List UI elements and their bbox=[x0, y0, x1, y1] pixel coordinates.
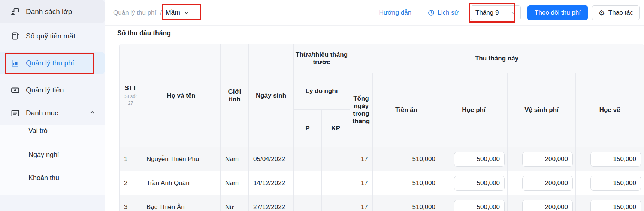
class-list-icon bbox=[10, 7, 19, 16]
month-select-value: Tháng 9 bbox=[475, 9, 499, 17]
col-header-prev-month-balance: Thừa/thiếu tháng trước bbox=[294, 44, 350, 73]
money-icon bbox=[10, 86, 19, 95]
table-row: 1 Nguyễn Thiên Phú Nam 05/04/2022 17 510… bbox=[120, 147, 644, 171]
cell-unexcused bbox=[322, 171, 350, 195]
class-dropdown-value: Mầm bbox=[166, 9, 180, 17]
sidebar-item-cash-book[interactable]: Sổ quỹ tiền mặt bbox=[0, 24, 105, 48]
class-dropdown[interactable]: Mầm bbox=[166, 9, 189, 17]
sidebar-subitem-label: Vai trò bbox=[28, 127, 48, 135]
app-window: Danh sách lớp Sổ quỹ tiền mặt Quản lý th… bbox=[0, 0, 644, 211]
sidebar-item-fee-management[interactable]: Quản lý thu phí bbox=[0, 52, 105, 74]
fees-table: STT Sĩ số:27 Họ và tên Giới tính Ngày si… bbox=[119, 44, 644, 211]
guide-link[interactable]: Hướng dẫn bbox=[379, 9, 411, 17]
col-header-total-days: Tổng ngày trong tháng bbox=[350, 73, 373, 147]
fee-chart-icon bbox=[10, 59, 19, 68]
sanitation-fee-input[interactable] bbox=[522, 200, 573, 211]
col-header-tuition-fee: Học phí bbox=[440, 73, 508, 147]
cell-dob: 27/12/2022 bbox=[249, 195, 294, 211]
drawing-fee-input[interactable] bbox=[590, 200, 641, 211]
topbar: Quản lý thu phí / Mầm Hướng dẫn Lịch sử … bbox=[105, 0, 644, 26]
col-header-unexcused: KP bbox=[322, 110, 350, 147]
guide-link-label: Hướng dẫn bbox=[379, 9, 411, 17]
cell-meal-fee: 510,000 bbox=[373, 171, 440, 195]
tuition-fee-input[interactable] bbox=[454, 176, 505, 191]
sidebar-item-label: Quản lý tiền bbox=[26, 86, 64, 94]
breadcrumb-parent: Quản lý thu phí bbox=[113, 9, 156, 17]
sidebar-subitem-days-off[interactable]: Ngày nghỉ bbox=[0, 146, 105, 163]
cell-dob: 14/12/2022 bbox=[249, 171, 294, 195]
sidebar-item-money-management[interactable]: Quản lý tiền bbox=[0, 78, 105, 102]
table-row: 2 Trần Anh Quân Nam 14/12/2022 17 510,00… bbox=[120, 171, 644, 195]
cell-total-days: 17 bbox=[350, 171, 373, 195]
drawing-fee-input[interactable] bbox=[590, 176, 641, 191]
tuition-fee-input[interactable] bbox=[454, 152, 505, 167]
sidebar-item-label: Danh mục bbox=[26, 109, 58, 117]
clock-history-icon bbox=[428, 9, 435, 16]
cell-gender: Nam bbox=[221, 147, 249, 171]
chevron-down-icon bbox=[184, 10, 189, 15]
cell-meal-fee: 510,000 bbox=[373, 147, 440, 171]
sidebar-submenu: Vai trò Ngày nghỉ Khoản thu bbox=[0, 125, 105, 195]
cell-unexcused bbox=[322, 147, 350, 171]
tuition-fee-input[interactable] bbox=[454, 200, 505, 211]
sidebar-subitem-revenue-items[interactable]: Khoản thu bbox=[0, 170, 105, 186]
history-link[interactable]: Lịch sử bbox=[428, 9, 459, 17]
col-header-this-month-group: Thu tháng này bbox=[350, 44, 644, 73]
follow-fees-button[interactable]: Theo dõi thu phí bbox=[527, 5, 588, 20]
sidebar-item-class-list[interactable]: Danh sách lớp bbox=[0, 0, 105, 23]
gear-icon: ⚙ bbox=[598, 9, 605, 17]
drawing-fee-input[interactable] bbox=[590, 152, 641, 167]
col-header-gender: Giới tính bbox=[221, 44, 249, 147]
cell-meal-fee: 510,000 bbox=[373, 195, 440, 211]
category-list-icon bbox=[10, 109, 19, 118]
cell-gender: Nam bbox=[221, 171, 249, 195]
sidebar-item-label: Quản lý thu phí bbox=[26, 59, 74, 67]
cell-name: Trần Anh Quân bbox=[142, 171, 221, 195]
cell-unexcused bbox=[322, 195, 350, 211]
cell-name: Bạc Thiên Ân bbox=[142, 195, 221, 211]
col-header-dob: Ngày sinh bbox=[249, 44, 294, 147]
actions-button[interactable]: ⚙ Thao tác bbox=[592, 5, 640, 20]
month-select[interactable]: Tháng 9 bbox=[471, 5, 521, 20]
sidebar-subitem-label: Ngày nghỉ bbox=[28, 151, 59, 159]
cell-name: Nguyễn Thiên Phú bbox=[142, 147, 221, 171]
col-header-drawing-fee: Học vẽ bbox=[576, 73, 644, 147]
cell-stt: 2 bbox=[120, 171, 142, 195]
sidebar: Danh sách lớp Sổ quỹ tiền mặt Quản lý th… bbox=[0, 0, 105, 211]
cell-stt: 1 bbox=[120, 147, 142, 171]
sidebar-subitem-roles[interactable]: Vai trò bbox=[0, 122, 105, 139]
history-link-label: Lịch sử bbox=[438, 9, 459, 17]
col-header-excused: P bbox=[294, 110, 322, 147]
cell-excused bbox=[294, 171, 322, 195]
sanitation-fee-input[interactable] bbox=[522, 176, 573, 191]
table-row: 3 Bạc Thiên Ân Nữ 27/12/2022 17 510,000 bbox=[120, 195, 644, 211]
cash-book-icon bbox=[10, 32, 19, 41]
cell-gender: Nữ bbox=[221, 195, 249, 211]
chevron-down-icon bbox=[511, 10, 516, 15]
cell-dob: 05/04/2022 bbox=[249, 147, 294, 171]
col-header-absence-reason: Lý do nghỉ bbox=[294, 73, 350, 110]
col-header-sanitation-fee: Vệ sinh phí bbox=[508, 73, 576, 147]
col-header-full-name: Họ và tên bbox=[142, 44, 221, 147]
sidebar-subitem-label: Khoản thu bbox=[28, 174, 59, 182]
sidebar-item-label: Sổ quỹ tiền mặt bbox=[26, 32, 75, 40]
sidebar-item-categories[interactable]: Danh mục bbox=[0, 101, 105, 125]
chevron-up-icon bbox=[89, 109, 95, 117]
col-header-stt: STT Sĩ số:27 bbox=[120, 44, 142, 147]
cell-total-days: 17 bbox=[350, 147, 373, 171]
main-content: Sổ thu đầu tháng STT Sĩ số:27 Họ và tên bbox=[105, 26, 644, 211]
sanitation-fee-input[interactable] bbox=[522, 152, 573, 167]
breadcrumb-separator: / bbox=[160, 9, 162, 17]
page-title: Sổ thu đầu tháng bbox=[117, 29, 171, 37]
col-header-meal-fee: Tiền ăn bbox=[373, 73, 440, 147]
cell-excused bbox=[294, 195, 322, 211]
sidebar-item-label: Danh sách lớp bbox=[26, 8, 72, 16]
cell-stt: 3 bbox=[120, 195, 142, 211]
actions-button-label: Thao tác bbox=[608, 9, 633, 17]
cell-total-days: 17 bbox=[350, 195, 373, 211]
cell-excused bbox=[294, 147, 322, 171]
